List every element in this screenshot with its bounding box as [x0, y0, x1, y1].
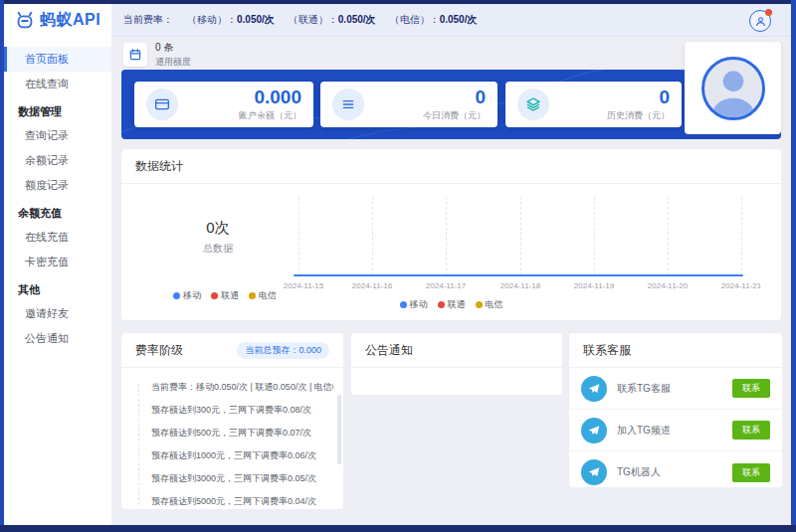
brand-logo[interactable]: 蚂蚁API	[4, 4, 111, 37]
stat-balance-value: 0.000	[239, 88, 301, 107]
quota-label: 通用额度	[155, 56, 191, 69]
user-avatar-icon[interactable]	[749, 10, 771, 32]
line-chart: 2024-11-15 2024-11-16 2024-11-17 2024-11…	[121, 149, 781, 320]
telegram-icon	[581, 376, 607, 402]
gridline	[741, 197, 742, 275]
stat-card-history: 0 历史消费（元）	[505, 82, 682, 127]
legend-item-unicom[interactable]: 联通	[211, 289, 239, 302]
legend-center: 移动 联通 电信	[400, 298, 503, 311]
notification-dot	[765, 9, 772, 16]
sidebar-section-recharge: 余额充值	[4, 198, 111, 225]
legend-item-telecom[interactable]: 电信	[476, 298, 503, 311]
sidebar-item-online-recharge[interactable]: 在线充值	[4, 225, 111, 250]
sidebar-section-other: 其他	[4, 274, 111, 301]
support-card: 联系客服 联系TG客服 联系 加入TG频道 联系 TG机器人	[569, 333, 782, 487]
open-tg-bot-button[interactable]: 联系	[732, 463, 770, 482]
legend-left: 移动 联通 电信	[173, 289, 277, 302]
support-row-tg-channel: 加入TG频道 联系	[569, 410, 782, 451]
legend-item-unicom[interactable]: 联通	[438, 298, 466, 311]
support-title: 联系客服	[583, 342, 631, 359]
layers-icon	[517, 89, 549, 120]
series-line-mobile	[294, 274, 743, 276]
legend-item-mobile[interactable]: 移动	[173, 289, 201, 302]
x-tick: 2024-11-16	[340, 281, 404, 290]
gridline	[372, 197, 373, 275]
fee-bar: 当前费率： （移动）：0.050/次 （联通）：0.050/次 （电信）：0.0…	[111, 4, 791, 37]
rate-tiers-header: 费率阶级 当前总预存：0.000	[121, 333, 343, 368]
window-frame-top	[0, 0, 796, 4]
rate-tiers-card: 费率阶级 当前总预存：0.000 当前费率：移动0.050/次 | 联通0.05…	[121, 333, 343, 509]
sidebar-item-invite[interactable]: 邀请好友	[4, 301, 111, 326]
ant-icon	[14, 10, 36, 32]
stat-history-label: 历史消费（元）	[607, 109, 670, 122]
fee-bar-label: 当前费率：	[123, 13, 173, 27]
x-tick: 2024-11-19	[562, 281, 626, 290]
sidebar-item-query-records[interactable]: 查询记录	[4, 123, 111, 148]
rate-item: 预存额达到300元，三网下调费率0.08/次	[151, 399, 333, 422]
sidebar-item-quota-records[interactable]: 额度记录	[4, 173, 111, 198]
legend-dot	[476, 301, 483, 308]
sidebar-item-balance-records[interactable]: 余额记录	[4, 148, 111, 173]
gridline	[446, 197, 447, 275]
sidebar-item-dashboard[interactable]: 首页面板	[4, 47, 111, 72]
legend-dot	[438, 301, 445, 308]
app-window: 蚂蚁API 当前费率： （移动）：0.050/次 （联通）：0.050/次 （电…	[0, 0, 796, 532]
support-header: 联系客服	[569, 333, 782, 368]
stat-history-value: 0	[607, 88, 670, 107]
brand-name: 蚂蚁API	[40, 10, 100, 31]
rate-item: 预存额达到3000元，三网下调费率0.05/次	[151, 467, 333, 490]
legend-item-mobile[interactable]: 移动	[400, 298, 428, 311]
stat-today-value: 0	[423, 88, 486, 107]
x-tick: 2024-11-21	[709, 281, 773, 290]
rate-item: 预存额达到500元，三网下调费率0.07/次	[151, 422, 333, 444]
fee-unicom: （联通）：0.050/次	[289, 13, 376, 27]
quota-count: 0 条	[155, 41, 191, 55]
rate-item: 预存额达到5000元，三网下调费率0.04/次	[151, 490, 333, 513]
join-tg-channel-button[interactable]: 联系	[732, 421, 770, 440]
stats-banner: 0.000 账户余额（元） 0 今日消费（元）	[121, 70, 781, 139]
telegram-icon	[581, 418, 607, 443]
legend-dot	[173, 292, 180, 299]
sidebar-item-online-query[interactable]: 在线查询	[4, 72, 111, 96]
x-tick: 2024-11-17	[414, 281, 478, 290]
notice-header: 公告通知	[351, 333, 562, 368]
stat-today-label: 今日消费（元）	[423, 109, 486, 122]
legend-item-telecom[interactable]: 电信	[249, 289, 277, 302]
rate-item: 预存额达到1000元，三网下调费率0.06/次	[151, 444, 333, 467]
window-frame-bottom	[0, 525, 796, 532]
x-tick: 2024-11-15	[272, 281, 335, 290]
rate-item: 当前费率：移动0.050/次 | 联通0.050/次 | 电信0.050/次	[151, 376, 333, 399]
sidebar: 首页面板 在线查询 数据管理 查询记录 余额记录 额度记录 余额充值 在线充值 …	[4, 37, 111, 525]
sidebar-item-card-recharge[interactable]: 卡密充值	[4, 250, 111, 274]
sidebar-item-announcements[interactable]: 公告通知	[4, 326, 111, 351]
rate-tiers-list: 当前费率：移动0.050/次 | 联通0.050/次 | 电信0.050/次 预…	[121, 368, 343, 519]
support-label: 联系TG客服	[617, 382, 722, 396]
profile-card[interactable]	[685, 42, 781, 134]
prepaid-total-badge: 当前总预存：0.000	[237, 342, 329, 359]
stat-balance-label: 账户余额（元）	[239, 109, 301, 122]
gridline	[594, 197, 595, 275]
x-tick: 2024-11-18	[489, 281, 552, 290]
rate-tiers-title: 费率阶级	[135, 342, 183, 359]
stat-card-balance: 0.000 账户余额（元）	[134, 82, 313, 127]
quota-badge: 0 条 通用额度	[123, 41, 191, 69]
main-content: 0 条 通用额度 0.000 账户余额（元）	[111, 37, 791, 525]
header: 蚂蚁API 当前费率： （移动）：0.050/次 （联通）：0.050/次 （电…	[4, 4, 791, 37]
scrollbar[interactable]	[337, 395, 341, 464]
support-row-tg-service: 联系TG客服 联系	[569, 368, 782, 410]
window-frame-left	[0, 0, 4, 532]
support-label: 加入TG频道	[617, 424, 722, 438]
fee-mobile: （移动）：0.050/次	[187, 13, 275, 27]
fee-telecom: （电信）：0.050/次	[390, 13, 478, 27]
sidebar-section-data: 数据管理	[4, 96, 111, 123]
credit-card-icon	[146, 89, 178, 120]
telegram-icon	[581, 459, 607, 485]
calendar-icon	[123, 43, 147, 67]
gridline	[520, 197, 521, 275]
statistics-card: 数据统计 0次 总数据 2024-11-15 2024-11-16 2024-1…	[121, 149, 781, 320]
list-icon	[332, 89, 364, 120]
x-tick: 2024-11-20	[636, 281, 699, 290]
gridline	[298, 197, 299, 275]
contact-tg-service-button[interactable]: 联系	[732, 379, 770, 398]
gridline	[668, 197, 669, 275]
